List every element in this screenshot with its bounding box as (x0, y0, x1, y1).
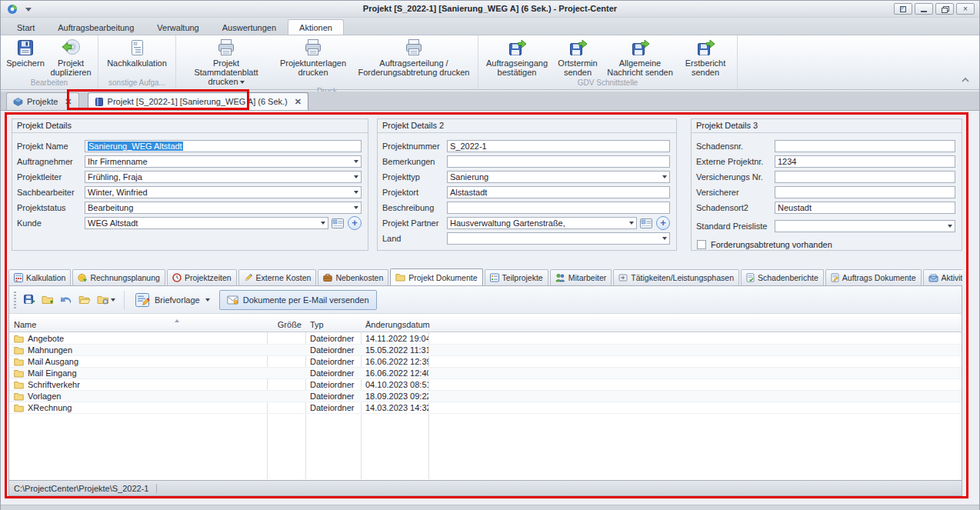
field-label: Standard Preisliste (696, 222, 775, 231)
folder-add-icon (42, 294, 54, 306)
ribbon-tab-verwaltung[interactable]: Verwaltung (145, 19, 210, 35)
section-title: Projekt Details 3 (692, 119, 962, 133)
minimize-button[interactable] (915, 3, 933, 15)
kunde-combobox[interactable]: WEG Altstadt (85, 217, 328, 229)
auftragseingang-bestaetigen-button[interactable]: Auftragseingang bestätigen (482, 35, 552, 77)
chevron-down-icon[interactable] (351, 187, 361, 198)
standard-preisliste-combobox[interactable] (775, 220, 955, 232)
document-tab-projekt-s2022-1[interactable]: Projekt [S_2022-1] [Sanierung_WEG A] (6 … (88, 92, 308, 110)
projektunterlagen-drucken-button[interactable]: Projektunterlagen drucken (273, 35, 353, 77)
ribbon-tab-aktionen[interactable]: Aktionen (288, 19, 344, 35)
auftragnehmer-combobox[interactable]: Ihr Firmenname (85, 155, 362, 168)
projektleiter-combobox[interactable]: Frühling, Fraja (85, 171, 362, 183)
add-partner-button[interactable]: + (656, 216, 670, 230)
chevron-down-icon[interactable] (351, 202, 361, 213)
table-body: Angebote Dateiordner 14.11.2022 19:04 Ma… (9, 333, 962, 479)
projekt-name-input[interactable]: Sanierung_WEG Altstadt (85, 140, 362, 152)
projektort-input[interactable]: Alstastadt (447, 186, 670, 198)
field-label: Schadensort2 (696, 203, 775, 212)
chevron-down-icon[interactable] (659, 233, 669, 244)
ribbon-group-label: Bearbeiten (4, 78, 95, 89)
chevron-down-icon[interactable] (351, 172, 361, 182)
tab-schadenberichte[interactable]: Schadenberichte (741, 269, 824, 285)
ribbon-tab-auswertungen[interactable]: Auswertungen (211, 19, 288, 35)
document-tab-projekte[interactable]: Projekte ✕ (6, 92, 79, 110)
toolbar-grip[interactable] (14, 292, 16, 308)
chevron-down-icon[interactable] (318, 218, 328, 228)
table-row[interactable]: XRechnung Dateiordner 14.03.2023 14:32 (9, 402, 962, 414)
save-icon (15, 38, 35, 58)
projektstatus-combobox[interactable]: Bearbeitung (85, 202, 362, 214)
dokumente-per-email-versenden-button[interactable]: Dokumente per E-Mail versenden (219, 290, 377, 310)
ribbon-tab-auftragsbearbeitung[interactable]: Auftragsbearbeitung (46, 19, 145, 35)
table-row[interactable]: Mail Eingang Dateiordner 16.06.2022 12:4… (9, 368, 962, 379)
style-button[interactable] (894, 3, 912, 15)
table-row[interactable]: Angebote Dateiordner 14.11.2022 19:04 (9, 333, 962, 345)
close-button[interactable]: × (956, 3, 975, 15)
tab-aktivitaeten[interactable]: Aktivitäten (923, 269, 962, 285)
ortstermin-senden-button[interactable]: Ortstermin senden (552, 35, 603, 77)
column-header-name[interactable]: Name (9, 317, 267, 332)
field-label: Projekt Partner (382, 218, 447, 228)
column-header-typ[interactable]: Typ (305, 317, 361, 332)
close-tab-icon[interactable]: ✕ (65, 97, 72, 107)
erstbericht-senden-button[interactable]: Erstbericht senden (677, 35, 734, 77)
folder-add-button[interactable] (39, 292, 56, 308)
close-tab-icon[interactable]: ✕ (295, 97, 302, 107)
speichern-button[interactable]: Speichern (4, 35, 47, 68)
tab-externe-kosten[interactable]: Externe Kosten (238, 269, 317, 285)
tab-mitarbeiter[interactable]: Mitarbeiter (550, 269, 612, 285)
sachbearbeiter-combobox[interactable]: Winter, Winfried (85, 186, 362, 198)
briefcase-icon (323, 273, 332, 282)
collapse-ribbon-icon[interactable] (961, 75, 970, 83)
versicherungs-nr-input[interactable] (775, 171, 955, 183)
tab-projektzeiten[interactable]: Projektzeiten (167, 269, 237, 285)
folder-options-button[interactable] (95, 292, 118, 308)
schadensort2-input[interactable]: Neustadt (775, 202, 955, 214)
column-header-groesse[interactable]: Größe (267, 317, 305, 332)
tab-nebenkosten[interactable]: Nebenkosten (318, 269, 388, 285)
tab-projekt-dokumente[interactable]: Projekt Dokumente (390, 268, 482, 285)
chevron-down-icon[interactable] (659, 172, 669, 182)
land-combobox[interactable] (447, 232, 670, 245)
beschreibung-input[interactable] (447, 202, 670, 214)
chevron-down-icon[interactable] (351, 156, 361, 167)
ribbon-tab-start[interactable]: Start (5, 19, 46, 35)
column-header-aenderungsdatum[interactable]: Änderungsdatum (361, 317, 428, 332)
projekttyp-combobox[interactable]: Sanierung (447, 171, 670, 183)
tab-kalkulation[interactable]: Kalkulation (8, 269, 71, 285)
nachkalkulation-button[interactable]: Nachkalkulation (102, 35, 172, 68)
add-kunde-button[interactable]: + (348, 216, 362, 230)
section-projekt-details: Projekt Details Projekt Name Sanierung_W… (12, 118, 368, 251)
bemerkungen-input[interactable] (447, 155, 670, 168)
chevron-down-icon[interactable] (626, 218, 636, 228)
table-row[interactable]: Mahnungen Dateiordner 15.05.2022 11:31 (9, 345, 962, 356)
stammdatenblatt-drucken-button[interactable]: Projekt Stammdatenblatt drucken (179, 35, 273, 86)
contact-card-icon[interactable] (639, 218, 652, 229)
table-row[interactable]: Vorlagen Dateiordner 18.09.2023 09:22 (9, 391, 962, 402)
undo-button[interactable] (58, 292, 75, 308)
auftragserteilung-drucken-button[interactable]: Auftragserteilung / Forderungsabtretung … (353, 35, 475, 77)
tab-auftrags-dokumente[interactable]: Auftrags Dokumente (825, 269, 922, 285)
projekt-partner-combobox[interactable]: Hausverwaltung Gartenstraße, (447, 217, 637, 229)
projekt-duplizieren-button[interactable]: Projekt duplizieren (47, 35, 95, 77)
table-row[interactable]: Mail Ausgang Dateiordner 16.06.2022 12:3… (9, 356, 962, 368)
open-folder-button[interactable] (76, 292, 93, 308)
briefvorlage-button[interactable]: Briefvorlage (129, 290, 215, 310)
forderungsabtretung-checkbox[interactable] (697, 240, 706, 249)
schadensnr-input[interactable] (775, 140, 955, 152)
title-bar: Projekt [S_2022-1] [Sanierung_WEG A] (6 … (1, 1, 979, 18)
tab-rechnungsplanung[interactable]: Rechnungsplanung (72, 269, 165, 285)
save-add-button[interactable] (21, 292, 38, 308)
table-row[interactable]: Schriftverkehr Dateiordner 04.10.2023 08… (9, 379, 962, 391)
externe-projektnr-input[interactable]: 1234 (775, 155, 955, 168)
restore-button[interactable] (935, 3, 954, 15)
subproject-icon (490, 273, 499, 282)
tab-taetigkeiten-leistungsphasen[interactable]: Tätigkeiten/Leistungsphasen (613, 269, 739, 285)
projektnummer-input[interactable]: S_2022-1 (447, 140, 670, 152)
contact-card-icon[interactable] (331, 218, 344, 229)
chevron-down-icon[interactable] (945, 221, 955, 232)
versicherer-input[interactable] (775, 186, 955, 198)
tab-teilprojekte[interactable]: Teilprojekte (485, 269, 548, 285)
allgemeine-nachricht-senden-button[interactable]: Allgemeine Nachricht senden (603, 35, 677, 77)
